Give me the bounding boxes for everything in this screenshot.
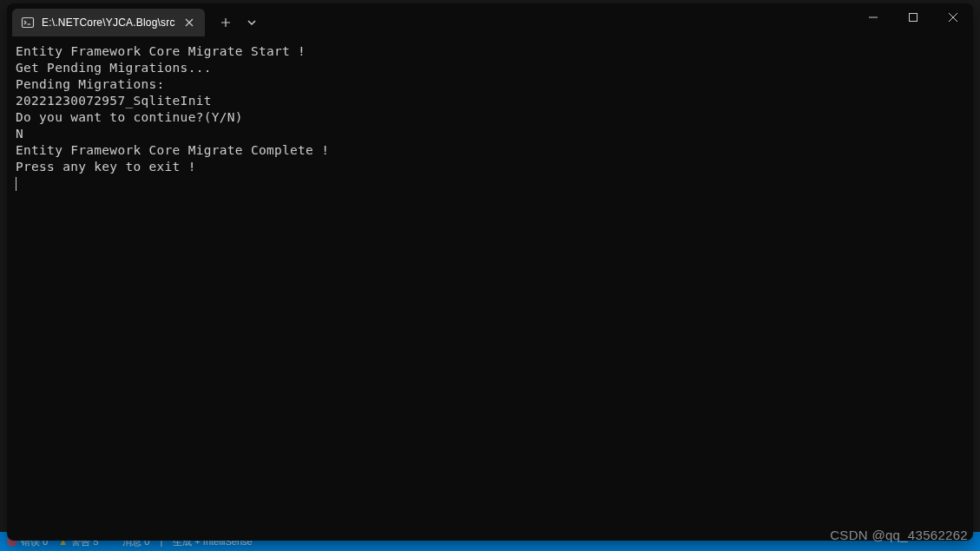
window-controls — [853, 3, 973, 36]
terminal-tab[interactable]: E:\.NETCore\YJCA.Blog\src — [12, 9, 205, 36]
tabs-area: E:\.NETCore\YJCA.Blog\src — [7, 3, 853, 36]
new-tab-button[interactable] — [212, 9, 240, 36]
close-tab-button[interactable] — [182, 16, 196, 30]
svg-rect-1 — [910, 14, 918, 22]
terminal-line: Get Pending Migrations... — [16, 61, 212, 75]
terminal-line: Do you want to continue?(Y/N) — [16, 110, 243, 124]
maximize-button[interactable] — [893, 3, 933, 31]
terminal-line: 20221230072957_SqliteInit — [16, 94, 212, 108]
terminal-icon — [21, 16, 35, 30]
terminal-line: Entity Framework Core Migrate Complete ! — [16, 143, 329, 157]
minimize-button[interactable] — [853, 3, 893, 31]
terminal-line: Press any key to exit ! — [16, 160, 196, 174]
terminal-line: Entity Framework Core Migrate Start ! — [16, 44, 306, 58]
titlebar[interactable]: E:\.NETCore\YJCA.Blog\src — [7, 3, 973, 36]
terminal-line: Pending Migrations: — [16, 77, 165, 91]
svg-rect-0 — [23, 18, 34, 28]
tab-dropdown-button[interactable] — [240, 9, 264, 36]
tab-title: E:\.NETCore\YJCA.Blog\src — [42, 16, 175, 29]
close-window-button[interactable] — [933, 3, 973, 31]
cursor — [16, 177, 16, 191]
terminal-output[interactable]: Entity Framework Core Migrate Start ! Ge… — [7, 36, 973, 541]
terminal-window: E:\.NETCore\YJCA.Blog\src — [7, 3, 973, 541]
terminal-line: N — [16, 127, 23, 141]
watermark: CSDN @qq_43562262 — [830, 528, 968, 542]
